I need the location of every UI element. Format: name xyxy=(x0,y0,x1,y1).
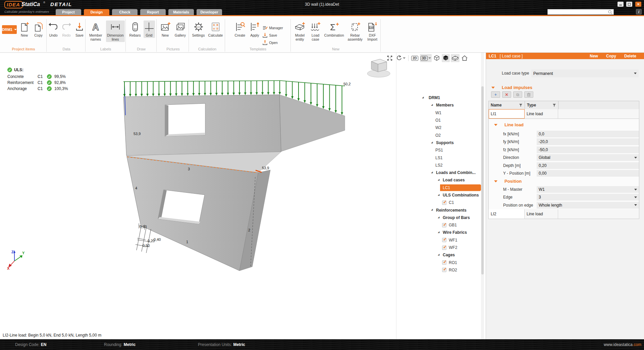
tree-item-w1[interactable]: W1 xyxy=(419,109,485,117)
field-input[interactable]: 0,20 xyxy=(537,162,639,169)
delete-impulse-button[interactable]: ✕ xyxy=(502,91,511,98)
section-load-impulses[interactable]: Load impulses xyxy=(491,85,532,90)
impulse-row-li1[interactable]: LI1 Line load xyxy=(488,109,639,119)
field-select[interactable]: Global xyxy=(537,154,639,161)
tree-item-wire-fabrics[interactable]: ◢Wire Fabrics xyxy=(419,229,485,236)
home-view-button[interactable] xyxy=(461,54,469,62)
tree-expander-icon[interactable]: ◢ xyxy=(431,103,433,106)
tree-item-ls2[interactable]: LS2 xyxy=(419,162,485,169)
copy-impulse-button[interactable]: ⧉ xyxy=(513,91,522,98)
field-input[interactable]: 0,00 xyxy=(537,170,639,177)
tree-expander-icon[interactable]: ◢ xyxy=(438,216,439,219)
tab-project[interactable]: Project xyxy=(56,9,81,15)
tab-materials[interactable]: Materials xyxy=(168,9,194,15)
field-input[interactable]: -50,0 xyxy=(537,146,639,153)
rebars-button[interactable]: Rebars xyxy=(128,20,143,38)
column-header-name[interactable]: Name xyxy=(489,101,525,109)
calculate-button[interactable]: +×÷= Calculate xyxy=(207,20,224,38)
tab-report[interactable]: Report xyxy=(140,9,166,15)
tree-scrollbar[interactable] xyxy=(481,53,484,339)
tree-item-load-cases[interactable]: ◢Load cases xyxy=(419,176,485,184)
opening-o2[interactable] xyxy=(165,103,205,136)
tree-item-ls1[interactable]: LS1 xyxy=(419,154,485,161)
new-rebar-assembly-button[interactable]: Rebar assembly xyxy=(346,20,364,42)
tree-item-supports[interactable]: ◢Supports xyxy=(419,139,485,146)
save-button[interactable]: Save xyxy=(73,20,86,38)
tree-item-members[interactable]: ◢Members xyxy=(419,101,485,109)
dimension-lines-toggle[interactable]: Dimension lines xyxy=(106,20,125,42)
dxf-import-button[interactable]: DXF DXF Import xyxy=(365,20,380,42)
column-header-type[interactable]: Type xyxy=(525,101,558,109)
new-combination-button[interactable]: Σ Combination xyxy=(323,20,345,38)
tree-checkbox[interactable] xyxy=(442,260,446,265)
section-position[interactable]: Position xyxy=(494,179,522,184)
trash-impulse-button[interactable] xyxy=(524,91,533,98)
new-picture-button[interactable]: New xyxy=(159,20,172,38)
tree-expander-icon[interactable]: ◢ xyxy=(431,171,433,174)
apply-template-button[interactable]: Apply xyxy=(248,20,261,38)
delete-load-case-button[interactable]: Delete xyxy=(624,54,636,58)
member-names-toggle[interactable]: A Member names xyxy=(87,20,105,42)
filter-icon[interactable] xyxy=(552,103,556,107)
tree-item-lc1[interactable]: LC1 xyxy=(419,184,485,191)
tree-expander-icon[interactable]: ◢ xyxy=(431,208,433,211)
tree-item-uls-combinations[interactable]: ◢ULS Combinations xyxy=(419,191,485,199)
filter-icon[interactable] xyxy=(519,103,523,107)
copy-project-item-button[interactable]: Copy xyxy=(32,20,45,38)
tree-item-wf1[interactable]: WF1 xyxy=(419,236,485,244)
template-open-button[interactable]: Open xyxy=(262,40,283,45)
new-model-entity-button[interactable]: Model entity xyxy=(292,20,308,42)
tree-checkbox[interactable] xyxy=(442,246,446,250)
wall-w2-side[interactable] xyxy=(279,95,345,151)
add-impulse-button[interactable]: + xyxy=(491,91,500,98)
viewport-3d[interactable]: 50,253,9353,94210,030,400,200,50 Z Y X xyxy=(0,53,486,339)
maximize-button[interactable] xyxy=(626,2,632,7)
tree-item-c1[interactable]: C1 xyxy=(419,199,485,206)
new-load-case-button[interactable]: Load case xyxy=(309,20,322,42)
solid-view-button[interactable] xyxy=(442,54,450,62)
rotate-view-button[interactable] xyxy=(395,54,406,62)
template-manager-button[interactable]: Manager xyxy=(262,25,283,31)
impulse-name-cell[interactable]: LI2 xyxy=(489,209,525,219)
field-input[interactable]: -20,0 xyxy=(537,138,639,145)
tree-item-ro2[interactable]: RO2 xyxy=(419,266,485,274)
view-2d-button[interactable]: 2D xyxy=(411,54,419,62)
impulse-type-cell[interactable]: Line load xyxy=(525,109,558,119)
settings-button[interactable]: </> Settings xyxy=(191,20,206,38)
tab-developer[interactable]: Developer xyxy=(197,9,222,15)
tree-expander-icon[interactable]: ◢ xyxy=(438,193,439,196)
new-load-case-button[interactable]: New xyxy=(590,54,598,58)
undo-button[interactable]: Undo xyxy=(47,20,59,38)
tree-expander-icon[interactable]: ◢ xyxy=(431,141,433,144)
field-select[interactable]: W1 xyxy=(537,186,639,193)
tree-item-o2[interactable]: O2 xyxy=(419,131,485,139)
create-template-button[interactable]: Create xyxy=(233,20,247,38)
close-button[interactable]: ✕ xyxy=(635,2,641,7)
search-box[interactable] xyxy=(547,9,614,15)
new-project-item-button[interactable]: New xyxy=(18,20,31,38)
tree-item-ps1[interactable]: PS1 xyxy=(419,146,485,154)
tree-item-drm1[interactable]: ◢DRM1 xyxy=(419,94,485,101)
impulse-row-li2[interactable]: LI2 Line load xyxy=(488,209,639,219)
tree-item-w2[interactable]: W2 xyxy=(419,124,485,131)
tree-expander-icon[interactable]: ◢ xyxy=(438,253,439,256)
field-select[interactable]: 3 xyxy=(537,194,639,201)
info-button[interactable]: i xyxy=(636,9,642,14)
tree-checkbox[interactable] xyxy=(442,223,446,227)
section-view-button[interactable] xyxy=(451,54,460,62)
tree-expander-icon[interactable]: ◢ xyxy=(438,231,439,233)
tab-design[interactable]: Design xyxy=(84,9,109,15)
axonometry-button[interactable] xyxy=(433,54,441,62)
search-input[interactable] xyxy=(548,10,608,14)
gallery-button[interactable]: Gallery xyxy=(173,20,188,38)
tree-item-loads-and-combin-[interactable]: ◢Loads and Combin... xyxy=(419,169,485,176)
tree-item-gb1[interactable]: GB1 xyxy=(419,221,485,229)
tree-item-group-of-bars[interactable]: ◢Group of Bars xyxy=(419,214,485,221)
tree-item-o1[interactable]: O1 xyxy=(419,117,485,124)
tree-item-cages[interactable]: ◢Cages xyxy=(419,251,485,259)
website-link[interactable]: www.ideastatica.com xyxy=(604,342,641,347)
project-item-selector-button[interactable]: DRM1 xyxy=(2,25,17,34)
tree-expander-icon[interactable]: ◢ xyxy=(438,178,439,181)
tree-checkbox[interactable] xyxy=(442,201,446,205)
impulse-type-cell[interactable]: Line load xyxy=(525,209,558,219)
